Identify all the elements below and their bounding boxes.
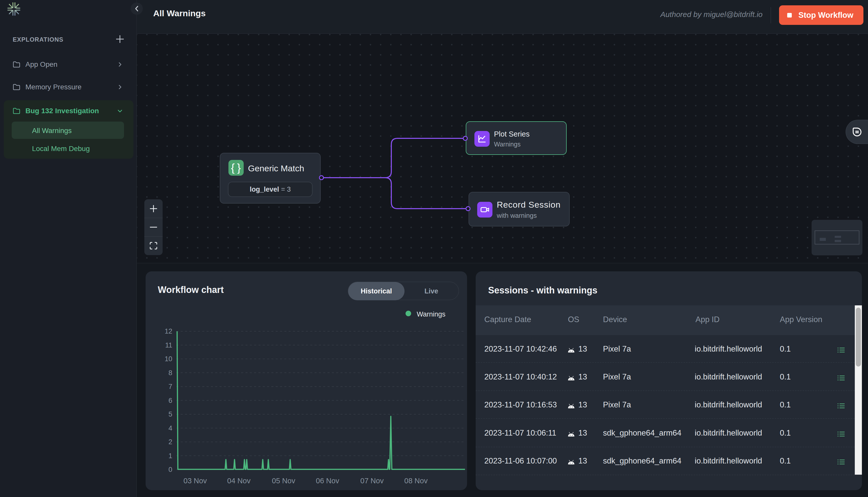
svg-text:11: 11 [165,341,172,349]
svg-text:0: 0 [168,466,172,473]
svg-text:12: 12 [165,327,172,335]
svg-text:1: 1 [168,452,172,460]
svg-text:4: 4 [168,424,172,432]
svg-text:5: 5 [168,410,172,418]
svg-text:06 Nov: 06 Nov [316,477,339,485]
svg-text:10: 10 [165,355,172,363]
svg-text:04 Nov: 04 Nov [227,477,250,485]
svg-text:2: 2 [168,438,172,446]
svg-text:{: { [231,162,235,174]
svg-text:7: 7 [168,383,172,390]
svg-text:03 Nov: 03 Nov [183,477,207,485]
svg-text:6: 6 [168,397,172,404]
svg-text:8: 8 [168,369,172,377]
svg-text:}: } [237,162,241,174]
svg-text:07 Nov: 07 Nov [360,477,384,485]
svg-text:05 Nov: 05 Nov [272,477,295,485]
svg-text:08 Nov: 08 Nov [404,477,428,485]
